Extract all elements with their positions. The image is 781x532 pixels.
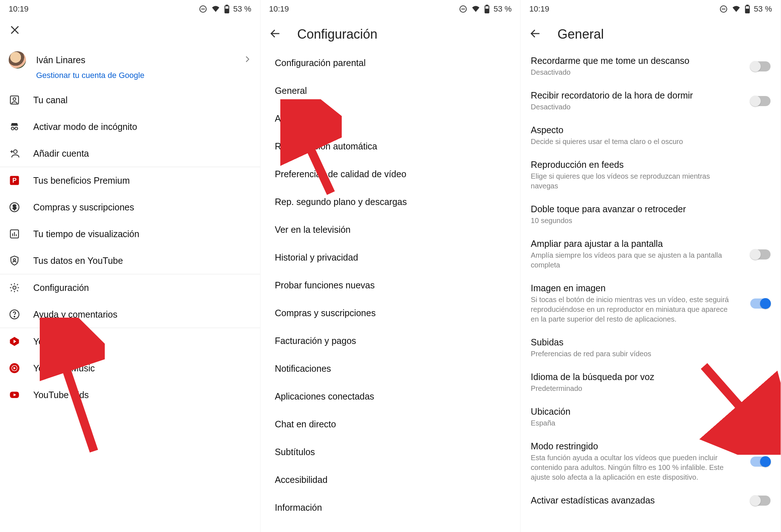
row-connected-apps[interactable]: Aplicaciones conectadas	[260, 383, 521, 410]
setting-sub: Elige si quieres que los vídeos se repro…	[531, 171, 733, 191]
item-label: Preferencias de calidad de vídeo	[275, 169, 406, 179]
toggle[interactable]	[750, 61, 771, 71]
setting-sub: Si tocas el botón de inicio mientras ves…	[531, 295, 733, 324]
toggle[interactable]	[750, 496, 771, 506]
setting-sub: Amplía siempre los vídeos para que se aj…	[531, 250, 733, 270]
setting-title: Recordarme que me tome un descanso	[531, 56, 744, 66]
svg-point-12	[14, 150, 17, 153]
item-label: YouTube Kids	[33, 390, 89, 400]
status-time: 10:19	[9, 4, 29, 14]
row-premium[interactable]: P Tus beneficios Premium	[0, 167, 260, 194]
row-your-data[interactable]: Tus datos en YouTube	[0, 247, 260, 274]
toggle[interactable]	[750, 249, 771, 260]
setting-sub: Predeterminado	[531, 384, 733, 393]
setting-voice-lang[interactable]: Idioma de la búsqueda por voz Predetermi…	[521, 365, 781, 400]
setting-title: Activar estadísticas avanzadas	[531, 495, 744, 506]
manage-account-row[interactable]: Gestionar tu cuenta de Google	[0, 70, 260, 87]
screen-settings: 10:19 53 % Configuración Configuración p…	[260, 0, 521, 532]
row-parental[interactable]: Configuración parental	[260, 49, 521, 77]
row-incognito[interactable]: Activar modo de incógnito	[0, 113, 260, 140]
avatar	[9, 51, 26, 69]
row-data-saving[interactable]: Ahorro de datos	[260, 105, 521, 132]
setting-sub: Desactivado	[531, 102, 733, 112]
general-settings-list: Recordarme que me tome un descanso Desac…	[521, 49, 781, 512]
setting-sub: España	[531, 418, 733, 428]
setting-uploads[interactable]: Subidas Preferencias de red para subir v…	[521, 331, 781, 365]
row-subtitles[interactable]: Subtítulos	[260, 438, 521, 466]
row-video-quality[interactable]: Preferencias de calidad de vídeo	[260, 160, 521, 188]
row-add-account[interactable]: Añadir cuenta	[0, 140, 260, 167]
setting-bedtime-reminder[interactable]: Recibir recordatorio de la hora de dormi…	[521, 84, 781, 118]
row-notifications[interactable]: Notificaciones	[260, 355, 521, 383]
item-label: Historial y privacidad	[275, 252, 358, 262]
svg-point-26	[14, 316, 15, 317]
row-help[interactable]: Ayuda y comentarios	[0, 301, 260, 328]
row-settings[interactable]: Configuración	[0, 274, 260, 301]
setting-restricted-mode[interactable]: Modo restringido Esta función ayuda a oc…	[521, 435, 781, 489]
item-label: Accesibilidad	[275, 475, 328, 485]
dnd-icon	[719, 5, 728, 13]
toggle[interactable]	[750, 457, 771, 467]
manage-account-link[interactable]: Gestionar tu cuenta de Google	[36, 71, 144, 80]
profile-row[interactable]: Iván Linares	[0, 45, 260, 70]
svg-point-23	[13, 259, 16, 261]
row-yt-kids[interactable]: YouTube Kids	[0, 381, 260, 408]
setting-title: Aspecto	[531, 125, 771, 135]
row-purchases[interactable]: Compras y suscripciones	[260, 299, 521, 327]
premium-p-icon: P	[9, 175, 20, 186]
svg-point-24	[13, 286, 16, 289]
dollar-icon: $	[9, 202, 20, 213]
row-live-chat[interactable]: Chat en directo	[260, 410, 521, 438]
row-watch-time[interactable]: Tu tiempo de visualización	[0, 221, 260, 247]
wifi-icon	[471, 5, 480, 13]
setting-playback-feeds[interactable]: Reproducción en feeds Elige si quieres q…	[521, 153, 781, 197]
row-billing[interactable]: Facturación y pagos	[260, 327, 521, 355]
setting-title: Ampliar para ajustar a la pantalla	[531, 239, 744, 249]
toggle[interactable]	[750, 96, 771, 106]
status-bar: 10:19 53 %	[0, 0, 260, 17]
item-label: Facturación y pagos	[275, 336, 356, 346]
setting-pip[interactable]: Imagen en imagen Si tocas el botón de in…	[521, 276, 781, 331]
row-yt-studio[interactable]: YouTube Studio	[0, 328, 260, 355]
battery-pct: 53 %	[754, 4, 772, 14]
row-autoplay[interactable]: Reproducción automática	[260, 132, 521, 160]
item-label: YouTube Studio	[33, 336, 97, 347]
row-accessibility[interactable]: Accesibilidad	[260, 466, 521, 494]
setting-title: Recibir recordatorio de la hora de dormi…	[531, 90, 744, 101]
toggle[interactable]	[750, 298, 771, 309]
status-bar: 10:19 53 %	[521, 0, 781, 17]
row-purchases[interactable]: $ Compras y suscripciones	[0, 194, 260, 221]
row-tv[interactable]: Ver en la televisión	[260, 216, 521, 244]
item-label: Aplicaciones conectadas	[275, 391, 374, 401]
item-label: Rep. segundo plano y descargas	[275, 197, 407, 207]
yt-kids-icon	[9, 389, 20, 400]
battery-icon	[484, 5, 490, 13]
row-experimental[interactable]: Probar funciones nuevas	[260, 271, 521, 299]
setting-break-reminder[interactable]: Recordarme que me tome un descanso Desac…	[521, 49, 781, 84]
setting-double-tap[interactable]: Doble toque para avanzar o retroceder 10…	[521, 197, 781, 232]
svg-rect-47	[747, 5, 748, 6]
setting-zoom-fill[interactable]: Ampliar para ajustar a la pantalla Amplí…	[521, 232, 781, 276]
setting-adv-stats[interactable]: Activar estadísticas avanzadas	[521, 489, 781, 512]
svg-rect-3	[226, 5, 227, 6]
row-general[interactable]: General	[260, 77, 521, 105]
svg-rect-48	[746, 9, 749, 13]
row-your-channel[interactable]: Tu canal	[0, 87, 260, 113]
setting-sub: 10 segundos	[531, 216, 733, 226]
setting-appearance[interactable]: Aspecto Decide si quieres usar el tema c…	[521, 118, 781, 153]
row-info[interactable]: Información	[260, 494, 521, 522]
status-bar: 10:19 53 %	[260, 0, 521, 17]
close-icon[interactable]	[9, 24, 21, 38]
row-yt-music[interactable]: YouTube Music	[0, 355, 260, 381]
dnd-icon	[199, 5, 207, 13]
setting-title: Ubicación	[531, 406, 771, 417]
setting-sub: Preferencias de red para subir vídeos	[531, 349, 733, 359]
page-title: General	[557, 27, 604, 42]
row-background[interactable]: Rep. segundo plano y descargas	[260, 188, 521, 216]
dnd-icon	[459, 5, 467, 13]
back-arrow-icon[interactable]	[529, 27, 541, 41]
setting-location[interactable]: Ubicación España	[521, 400, 781, 435]
item-label: General	[275, 86, 307, 96]
row-history[interactable]: Historial y privacidad	[260, 244, 521, 271]
back-arrow-icon[interactable]	[269, 27, 281, 41]
